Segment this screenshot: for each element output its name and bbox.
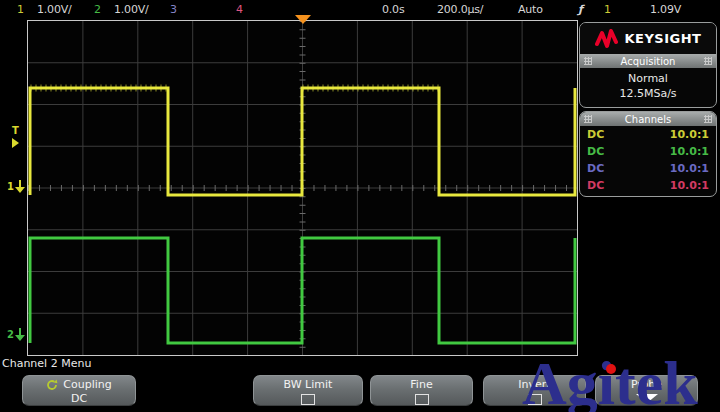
grip-icon <box>584 57 592 65</box>
watermark: Agitek <box>522 352 698 412</box>
channels-header[interactable]: Channels <box>580 112 716 126</box>
trigger-level-readout[interactable]: 1.09V <box>650 3 681 16</box>
ch2-number[interactable]: 2 <box>94 3 101 16</box>
trigger-mode[interactable]: Auto <box>518 3 543 16</box>
channel-row-2: DC 10.0:1 <box>580 143 716 160</box>
softkey-fine-label: Fine <box>371 378 472 391</box>
ch4-coupling: DC <box>587 177 604 194</box>
ch4-probe-ratio: 10.0:1 <box>670 177 709 194</box>
trigger-time-marker[interactable] <box>295 15 311 24</box>
trigger-source[interactable]: 1 <box>604 3 611 16</box>
trigger-level-marker[interactable]: T <box>12 126 19 148</box>
trigger-level-arrow-icon <box>12 138 19 148</box>
brand-name: KEYSIGHT <box>625 31 702 46</box>
grip-icon <box>584 115 592 123</box>
acquisition-box: KEYSIGHT Acquisition Normal 12.5MSa/s <box>579 22 717 108</box>
waveform-display <box>27 20 578 356</box>
grip-icon <box>704 57 712 65</box>
delay-readout[interactable]: 0.0s <box>382 3 404 16</box>
ch1-probe-ratio: 10.0:1 <box>670 126 709 143</box>
keysight-waveform-icon <box>595 29 619 49</box>
acquisition-mode: Normal <box>580 71 716 86</box>
softkey-coupling-value: DC <box>23 392 135 405</box>
softkey-fine[interactable]: Fine <box>370 375 473 406</box>
ch1-number[interactable]: 1 <box>17 3 24 16</box>
sample-rate: 12.5MSa/s <box>580 86 716 101</box>
trigger-level-label: T <box>12 126 19 136</box>
ch2-probe-ratio: 10.0:1 <box>670 143 709 160</box>
softkey-coupling-label: Coupling <box>63 378 111 391</box>
ch1-ground-marker[interactable]: 1 <box>7 180 25 193</box>
softkey-bw-limit-label: BW Limit <box>254 378 362 391</box>
brand-logo: KEYSIGHT <box>580 23 716 54</box>
ch3-coupling: DC <box>587 160 604 177</box>
softkey-bw-limit[interactable]: BW Limit <box>253 375 363 406</box>
ch2-scale[interactable]: 1.00V/ <box>114 3 149 16</box>
fine-checkbox[interactable] <box>415 394 429 405</box>
ch1-coupling: DC <box>587 126 604 143</box>
waveform-svg <box>28 21 577 355</box>
channels-title: Channels <box>592 114 704 125</box>
softkey-coupling[interactable]: Coupling DC <box>22 375 136 406</box>
status-bar: 1 1.00V/ 2 1.00V/ 3 4 0.0s 200.0µs/ Auto… <box>0 0 720 19</box>
bw-limit-checkbox[interactable] <box>301 394 315 405</box>
ch2-ground-marker[interactable]: 2 <box>7 328 25 341</box>
ch2-ground-label: 2 <box>7 330 14 340</box>
trigger-edge-icon: ƒ <box>578 3 583 16</box>
ch4-number[interactable]: 4 <box>236 3 243 16</box>
ch1-ground-label: 1 <box>7 182 14 192</box>
channel-row-1: DC 10.0:1 <box>580 126 716 143</box>
acquisition-title: Acquisition <box>592 56 704 67</box>
grip-icon <box>704 115 712 123</box>
acquisition-header[interactable]: Acquisition <box>580 54 716 68</box>
channels-box: Channels DC 10.0:1 DC 10.0:1 DC 10.0:1 D… <box>579 111 717 197</box>
side-panel: KEYSIGHT Acquisition Normal 12.5MSa/s Ch… <box>579 22 717 200</box>
timebase-readout[interactable]: 200.0µs/ <box>437 3 483 16</box>
watermark-dot <box>606 364 616 374</box>
ch3-probe-ratio: 10.0:1 <box>670 160 709 177</box>
ch2-coupling: DC <box>587 143 604 160</box>
channel-row-4: DC 10.0:1 <box>580 177 716 196</box>
cycle-icon <box>46 379 58 391</box>
channel-row-3: DC 10.0:1 <box>580 160 716 177</box>
menu-title: Channel 2 Menu <box>2 357 91 370</box>
ch3-number[interactable]: 3 <box>170 3 177 16</box>
ch1-scale[interactable]: 1.00V/ <box>37 3 72 16</box>
